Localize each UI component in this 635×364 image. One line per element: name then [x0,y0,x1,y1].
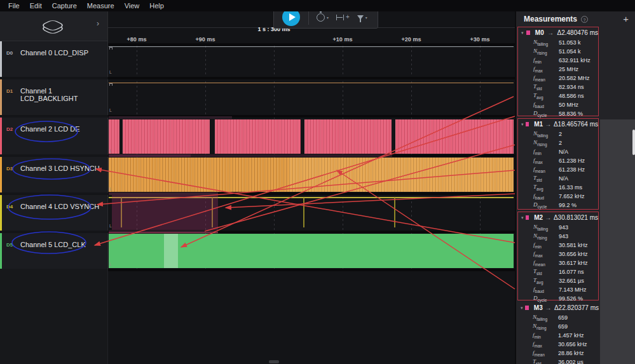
metric-value: 632.911 kHz [559,57,591,64]
sidebar-item-channel3[interactable]: D3 Channel 3 LCD HSYNCH [0,157,108,192]
chevron-down-icon: ▾ [327,15,329,20]
sidebar-header [0,11,108,41]
menu-file[interactable]: File [4,2,24,10]
metric-value: 58.836 % [559,111,583,117]
sidebar-item-channel4[interactable]: D4 Channel 4 LCD VSYNCH [0,195,108,231]
metric-label: Tavg [533,184,559,191]
measurement-selection-band[interactable] [164,234,178,268]
metric-label: fbaud [533,192,559,200]
row-separator [108,43,515,46]
metric-label: Tstd [533,358,558,364]
channel-color-stripe [0,195,2,231]
measurement-row: Dcycle 99.2 % [518,201,598,210]
metric-value: 2 [559,131,562,137]
goto-arrow-icon[interactable]: → [547,29,557,36]
level-low-marker: L [109,149,112,153]
level-low-marker: L [109,70,112,74]
metric-label: Dcycle [533,295,559,302]
metric-value: 16.077 ns [559,269,584,275]
measurement-row: fmin 632.911 kHz [518,56,598,65]
metric-value: 659 [558,314,568,321]
metric-label: fmax [533,340,558,348]
menu-edit[interactable]: Edit [25,2,46,10]
measurement-row: fmax 30.656 kHz [518,250,598,259]
metric-label: Dcycle [533,110,559,118]
channel-label: Channel 2 LCD DE [20,125,80,133]
menu-bar: File Edit Capture Measure View Help [0,0,635,11]
channel-color-stripe [0,233,2,269]
horizontal-scrollbar[interactable] [269,360,279,363]
measurement-row: Nrising 2 [518,138,598,147]
measurement-row: Tavg 48.586 ns [518,91,598,100]
waveform-d4-pulse [394,198,395,227]
measurement-card-M0[interactable]: ▾ M0 → Δ2.480476 ms Nfalling 51.053 k Nr… [517,27,599,116]
sidebar-item-channel0[interactable]: D0 Channel 0 LCD_DISP [0,41,108,77]
level-high-marker [109,83,113,86]
collapse-caret-icon[interactable]: ▾ [521,306,525,311]
measurement-row: fmax 61.238 Hz [518,156,598,165]
chevron-down-icon: ▾ [365,15,367,20]
waveform-d0-high-line [109,46,514,47]
selection-edge-strip [109,231,218,233]
goto-arrow-icon[interactable]: → [545,304,554,311]
collapse-caret-icon[interactable]: ▾ [521,30,526,36]
metric-label: fbaud [533,286,559,293]
timer-mode-control[interactable]: ▾ [317,13,329,22]
sidebar-item-channel1[interactable]: D1 Channel 1 LCD_BACKLIGHT [0,79,108,115]
goto-arrow-icon[interactable]: → [545,214,554,221]
menu-capture[interactable]: Capture [48,2,81,10]
channel-color-stripe [0,79,2,115]
add-measurement-button[interactable]: + [623,13,629,24]
channel-color-stripe [0,157,2,192]
menu-view[interactable]: View [120,2,144,10]
row-separator [108,77,515,79]
measurement-delta: Δ22.820377 ms [554,304,599,311]
metric-label: Tstd [533,268,559,276]
metric-label: Nrising [533,233,559,240]
metric-value: 25 MHz [559,66,578,72]
metric-label: Nrising [533,139,559,147]
measurement-card-M3[interactable]: ▾ M3 → Δ22.820377 ms Nfalling 659 Nrisin… [517,302,599,364]
measurement-selection-region[interactable] [112,195,218,230]
filter-control[interactable]: ▾ [357,15,367,20]
metric-value: 30.656 kHz [558,341,587,347]
measurement-card-M2[interactable]: ▾ M2 → Δ30.813021 ms Nfalling 943 Nrisin… [517,212,599,300]
sidebar-expand-icon[interactable]: › [97,19,99,28]
measurement-row: Dcycle 58.836 % [518,109,598,118]
channel-id: D0 [6,50,13,56]
metric-value: 7.143 MHz [559,286,587,293]
timeline-tick: +80 ms [127,36,147,43]
vertical-scrollbar[interactable] [632,130,635,155]
collapse-caret-icon[interactable]: ▾ [521,215,526,220]
measurement-card-M1[interactable]: ▾ M1 → Δ18.465764 ms Nfalling 2 Nrising … [517,118,599,210]
level-high-marker [109,47,113,50]
measurement-row: Nrising 659 [517,322,599,331]
metric-value: 20.582 MHz [559,75,590,81]
metric-value: 32.661 µs [559,278,584,284]
metric-value: 51.054 k [559,48,581,55]
collapse-caret-icon[interactable]: ▾ [521,122,526,127]
measurement-row: Nfalling 943 [518,223,598,232]
waveform-d2-burst [395,119,514,154]
measurement-row: Tavg 16.33 ms [518,183,598,192]
measurement-row: Tavg 32.661 µs [518,276,598,285]
goto-arrow-icon[interactable]: → [545,121,554,128]
add-measurement-control[interactable]: + [336,14,350,20]
measurement-row: fmean 20.582 MHz [518,74,598,83]
metric-label: Nfalling [533,130,559,138]
metric-value: 99.526 % [559,295,583,302]
metric-label: Tavg [533,92,559,100]
sidebar-item-channel5[interactable]: D5 Channel 5 LCD_CLK [0,233,108,269]
channel-label: Channel 3 LCD HSYNCH [20,165,100,172]
metric-label: Tavg [533,277,559,285]
help-icon[interactable]: ? [581,16,588,23]
channel-id: D1 [6,88,13,94]
menu-measure[interactable]: Measure [83,2,119,10]
selection-edge-strip [109,116,232,119]
sidebar-item-channel2[interactable]: D2 Channel 2 LCD DE [0,118,108,154]
measurement-delta: Δ30.813021 ms [554,214,598,221]
metric-value: 61.238 Hz [559,158,585,164]
app-logo-icon [39,16,67,37]
measurement-row: Tstd N/A [518,174,598,183]
menu-help[interactable]: Help [145,2,168,10]
